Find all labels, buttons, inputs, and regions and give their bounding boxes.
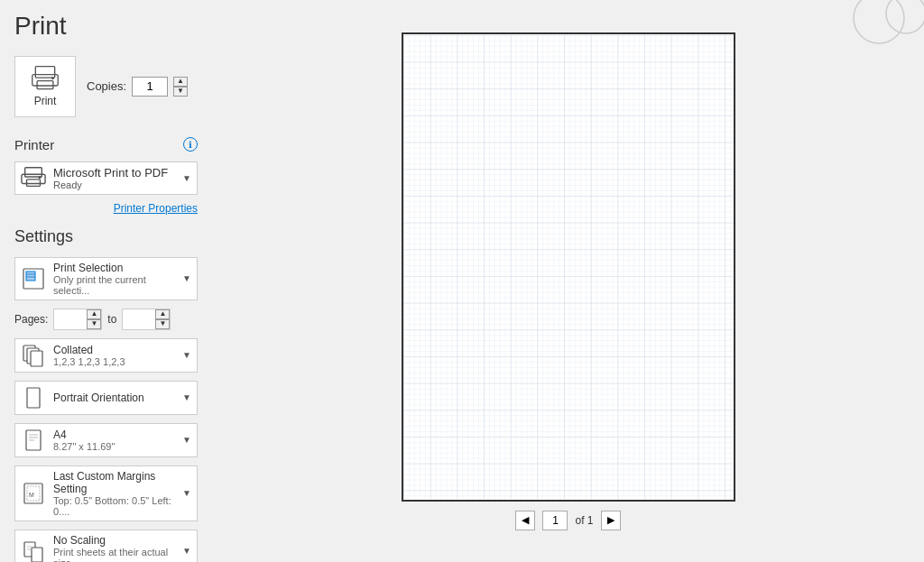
pages-to-input[interactable] bbox=[123, 309, 155, 329]
print-button[interactable]: Print bbox=[14, 56, 76, 117]
paper-size-arrow[interactable]: ▼ bbox=[182, 435, 191, 445]
collated-arrow[interactable]: ▼ bbox=[182, 350, 191, 360]
margins-icon: M bbox=[21, 481, 46, 506]
svg-rect-7 bbox=[39, 176, 42, 179]
copies-spinner: ▲ ▼ bbox=[173, 77, 188, 97]
setting-print-selection-sub: Only print the current selecti... bbox=[53, 274, 175, 296]
svg-rect-4 bbox=[25, 168, 42, 177]
next-page-button[interactable]: ▶ bbox=[601, 511, 621, 530]
setting-orientation[interactable]: Portrait Orientation ▼ bbox=[14, 381, 198, 415]
setting-margins-sub: Top: 0.5" Bottom: 0.5" Left: 0.... bbox=[53, 495, 175, 517]
copies-up-button[interactable]: ▲ bbox=[173, 77, 188, 87]
svg-rect-1 bbox=[32, 74, 58, 85]
setting-print-selection-info: Print Selection Only print the current s… bbox=[53, 262, 175, 296]
printer-dropdown[interactable]: Microsoft Print to PDF Ready ▼ bbox=[14, 161, 198, 195]
orientation-arrow[interactable]: ▼ bbox=[182, 392, 191, 402]
svg-rect-3 bbox=[51, 77, 54, 79]
preview-grid bbox=[403, 34, 734, 500]
pages-to-label: to bbox=[107, 313, 116, 326]
printer-status: Ready bbox=[53, 180, 175, 190]
setting-margins-main: Last Custom Margins Setting bbox=[53, 470, 175, 495]
page-of-text: of 1 bbox=[575, 514, 593, 527]
page-number-input[interactable] bbox=[542, 511, 568, 530]
scaling-icon bbox=[21, 539, 46, 562]
svg-rect-14 bbox=[31, 351, 42, 366]
pages-from-up[interactable]: ▲ bbox=[87, 309, 101, 319]
svg-rect-30 bbox=[403, 34, 734, 498]
collated-icon bbox=[21, 343, 46, 368]
setting-print-selection-main: Print Selection bbox=[53, 262, 175, 274]
svg-rect-2 bbox=[37, 80, 53, 88]
setting-scaling-main: No Scaling bbox=[53, 534, 175, 547]
setting-print-selection[interactable]: Print Selection Only print the current s… bbox=[14, 257, 198, 300]
setting-scaling[interactable]: No Scaling Print sheets at their actual … bbox=[14, 530, 198, 562]
print-selection-icon bbox=[21, 266, 46, 291]
setting-margins-info: Last Custom Margins Setting Top: 0.5" Bo… bbox=[53, 470, 175, 517]
paper-size-icon bbox=[21, 428, 46, 453]
settings-header: Settings bbox=[14, 227, 198, 246]
setting-orientation-main: Portrait Orientation bbox=[53, 392, 175, 404]
print-preview bbox=[402, 32, 735, 502]
decorative-circles bbox=[816, 0, 924, 54]
setting-collated-info: Collated 1,2,3 1,2,3 1,2,3 bbox=[53, 344, 175, 367]
setting-collated-main: Collated bbox=[53, 344, 175, 356]
printer-section-header: Printer ℹ bbox=[14, 137, 198, 152]
left-panel: Print Print Copies: ▲ ▼ Printer ℹ bbox=[0, 0, 212, 562]
svg-rect-6 bbox=[27, 180, 41, 186]
printer-small-icon bbox=[21, 167, 46, 189]
setting-scaling-info: No Scaling Print sheets at their actual … bbox=[53, 534, 175, 562]
pages-row: Pages: ▲ ▼ to ▲ ▼ bbox=[14, 309, 198, 330]
right-panel: ◀ of 1 ▶ bbox=[212, 0, 924, 562]
svg-point-28 bbox=[886, 0, 924, 33]
svg-rect-9 bbox=[26, 272, 35, 281]
info-icon[interactable]: ℹ bbox=[183, 137, 198, 152]
scaling-arrow[interactable]: ▼ bbox=[182, 546, 191, 556]
copies-down-button[interactable]: ▼ bbox=[173, 87, 188, 97]
svg-point-27 bbox=[854, 0, 904, 43]
printer-name: Microsoft Print to PDF bbox=[53, 166, 175, 180]
printer-dropdown-arrow[interactable]: ▼ bbox=[182, 173, 191, 183]
copies-row: Copies: ▲ ▼ bbox=[87, 77, 188, 97]
printer-info: Microsoft Print to PDF Ready bbox=[53, 166, 175, 190]
page-title: Print bbox=[14, 11, 198, 41]
pages-label: Pages: bbox=[14, 313, 48, 326]
pages-to-up[interactable]: ▲ bbox=[155, 309, 170, 319]
setting-paper-size-main: A4 bbox=[53, 428, 175, 441]
svg-rect-24 bbox=[32, 548, 42, 562]
setting-margins[interactable]: M Last Custom Margins Setting Top: 0.5" … bbox=[14, 465, 198, 521]
setting-paper-size[interactable]: A4 8.27" x 11.69" ▼ bbox=[14, 423, 198, 457]
print-button-area: Print Copies: ▲ ▼ bbox=[14, 56, 198, 117]
printer-icon bbox=[31, 66, 60, 91]
setting-paper-size-sub: 8.27" x 11.69" bbox=[53, 441, 175, 452]
print-selection-arrow[interactable]: ▼ bbox=[182, 273, 191, 283]
svg-rect-0 bbox=[35, 66, 54, 77]
copies-label: Copies: bbox=[87, 79, 126, 93]
pages-from-input[interactable] bbox=[54, 309, 87, 329]
print-button-label: Print bbox=[34, 95, 57, 107]
prev-page-button[interactable]: ◀ bbox=[515, 511, 535, 530]
setting-paper-size-info: A4 8.27" x 11.69" bbox=[53, 428, 175, 452]
setting-orientation-info: Portrait Orientation bbox=[53, 392, 175, 404]
printer-properties-link[interactable]: Printer Properties bbox=[14, 202, 198, 215]
orientation-icon bbox=[21, 385, 46, 410]
setting-scaling-sub: Print sheets at their actual size bbox=[53, 547, 175, 562]
copies-input[interactable] bbox=[132, 77, 168, 97]
pages-from-down[interactable]: ▼ bbox=[87, 319, 101, 329]
pages-to-down[interactable]: ▼ bbox=[155, 319, 170, 329]
margins-arrow[interactable]: ▼ bbox=[182, 488, 191, 498]
svg-text:M: M bbox=[29, 492, 34, 498]
setting-collated-sub: 1,2,3 1,2,3 1,2,3 bbox=[53, 356, 175, 367]
page-navigation: ◀ of 1 ▶ bbox=[515, 511, 620, 530]
svg-rect-15 bbox=[27, 388, 40, 408]
setting-collated[interactable]: Collated 1,2,3 1,2,3 1,2,3 ▼ bbox=[14, 338, 198, 373]
